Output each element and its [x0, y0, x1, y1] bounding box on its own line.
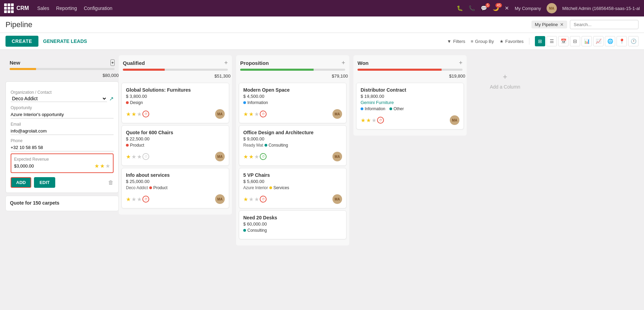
proposition-add-button[interactable]: +: [341, 59, 345, 67]
star1[interactable]: ★: [243, 111, 248, 117]
app-logo[interactable]: CRM: [4, 3, 29, 13]
qualified-add-button[interactable]: +: [224, 59, 228, 67]
star2[interactable]: ★: [131, 196, 136, 203]
user-name[interactable]: Mitchell Admin (16856458-saas-15-1-al: [562, 6, 640, 11]
activity-icon[interactable]: 🌙 45: [493, 5, 499, 11]
star3[interactable]: ★: [137, 196, 142, 203]
star1[interactable]: ★: [126, 111, 131, 117]
bar-chart-view-button[interactable]: 📊: [582, 36, 592, 46]
list-view-button[interactable]: ☰: [547, 36, 557, 46]
star1[interactable]: ★: [126, 196, 131, 203]
add-column-area: + Add a Column: [471, 55, 539, 90]
search-bar: My Pipeline ✕: [531, 20, 639, 29]
avatar: MA: [215, 194, 225, 204]
menu-reporting[interactable]: Reporting: [56, 5, 77, 11]
star-2[interactable]: ★: [100, 163, 105, 169]
star1[interactable]: ★: [243, 196, 248, 203]
priority-clock[interactable]: ⏱: [260, 153, 267, 160]
revenue-input[interactable]: [14, 162, 94, 170]
ext-link-icon[interactable]: ↗: [109, 95, 114, 102]
revenue-stars: ★ ★ ★: [94, 163, 110, 169]
pipeline-filter-tag[interactable]: My Pipeline ✕: [531, 21, 567, 28]
add-column-button[interactable]: +: [503, 72, 507, 81]
create-button[interactable]: CREATE: [5, 36, 38, 47]
company-name[interactable]: My Company: [515, 6, 541, 11]
avatar: MA: [332, 194, 342, 204]
table-row[interactable]: Office Design and Architecture $ 9,000.0…: [239, 125, 347, 166]
star1[interactable]: ★: [126, 153, 131, 160]
star3[interactable]: ★: [254, 153, 259, 160]
groupby-button[interactable]: ≡ Group By: [471, 39, 494, 44]
filter-tag-close[interactable]: ✕: [560, 22, 564, 27]
pin-view-button[interactable]: 📍: [617, 36, 627, 46]
star-3[interactable]: ★: [105, 163, 110, 169]
star2[interactable]: ★: [131, 111, 136, 117]
quote-card-title: Quote for 150 carpets: [10, 200, 114, 206]
star-1[interactable]: ★: [94, 163, 99, 169]
form-actions: ADD EDIT 🗑: [11, 177, 114, 188]
card-title: Global Solutions: Furnitures: [126, 87, 225, 93]
map-view-button[interactable]: 🌐: [605, 36, 615, 46]
search-input[interactable]: [570, 20, 639, 29]
phone-input[interactable]: [11, 144, 114, 151]
table-row[interactable]: Quote for 600 Chairs $ 22,500.00 Product…: [121, 125, 229, 166]
star2[interactable]: ★: [249, 153, 254, 160]
favorites-button[interactable]: ★ Favorites: [500, 39, 524, 44]
kanban-view-button[interactable]: ⊞: [535, 36, 545, 46]
phone-icon[interactable]: 📞: [469, 5, 475, 11]
new-col-add-button[interactable]: +: [110, 59, 115, 66]
star3[interactable]: ★: [254, 196, 259, 203]
avatar[interactable]: MA: [547, 3, 557, 13]
card-tag: Services: [269, 185, 289, 190]
table-row[interactable]: Distributor Contract $ 19,800.00 Gemini …: [356, 83, 464, 129]
menu-sales[interactable]: Sales: [37, 5, 49, 11]
edit-button[interactable]: EDIT: [34, 177, 55, 188]
kanban-column-new: New + $80,000 Organization / Contact Dec…: [5, 55, 119, 211]
grid-icon[interactable]: [4, 3, 14, 13]
table-row[interactable]: 5 VP Chairs $ 5,600.00 Azure Interior Se…: [239, 168, 347, 208]
priority-clock[interactable]: ⏱: [377, 117, 384, 124]
card-tag: Information Other: [361, 106, 404, 111]
star2[interactable]: ★: [249, 196, 254, 203]
priority-clock[interactable]: ⏱: [142, 196, 149, 203]
table-row[interactable]: Modern Open Space $ 4,500.00 Information…: [239, 83, 347, 123]
star3[interactable]: ★: [137, 153, 142, 160]
table-row[interactable]: Info about services $ 25,000.00 Deco Add…: [121, 168, 229, 208]
priority-clock[interactable]: ⏱: [142, 111, 149, 117]
priority-clock[interactable]: ⏱: [260, 111, 267, 117]
org-select[interactable]: Deco Addict: [11, 95, 107, 102]
topnav-icons: 🐛 📞 💬 5 🌙 45 ✕ My Company MA Mitchell Ad…: [457, 3, 640, 13]
priority-clock[interactable]: ⏱: [142, 153, 149, 160]
card-stars: ★ ★ ★ ⏱: [126, 196, 149, 203]
star2[interactable]: ★: [131, 153, 136, 160]
priority-clock[interactable]: ⏱: [260, 196, 267, 203]
star3[interactable]: ★: [137, 111, 142, 117]
clock-view-button[interactable]: 🕐: [628, 36, 639, 46]
star3[interactable]: ★: [254, 111, 259, 117]
table-row[interactable]: Global Solutions: Furnitures $ 3,800.00 …: [121, 83, 229, 123]
activity-badge: 45: [495, 3, 502, 8]
star3[interactable]: ★: [372, 117, 376, 124]
opportunity-input[interactable]: [11, 111, 114, 118]
star1[interactable]: ★: [243, 153, 248, 160]
star2[interactable]: ★: [366, 117, 371, 124]
add-button[interactable]: ADD: [11, 177, 31, 188]
generate-leads-button[interactable]: GENERATE LEADS: [41, 36, 89, 47]
calendar-view-button[interactable]: 📅: [558, 36, 569, 46]
won-add-button[interactable]: +: [459, 59, 462, 67]
chat-icon[interactable]: 💬 5: [481, 5, 487, 11]
table-view-button[interactable]: ⊟: [570, 36, 580, 46]
won-title: Won: [358, 60, 368, 66]
debug-icon[interactable]: 🐛: [457, 5, 463, 11]
star1[interactable]: ★: [361, 117, 365, 124]
quote-card-small[interactable]: Quote for 150 carpets: [5, 196, 119, 211]
line-chart-view-button[interactable]: 📈: [593, 36, 604, 46]
delete-button[interactable]: 🗑: [108, 180, 114, 186]
close-icon[interactable]: ✕: [505, 5, 509, 11]
menu-configuration[interactable]: Configuration: [84, 5, 112, 11]
table-row[interactable]: Need 20 Desks $ 60,000.00 Consulting: [239, 210, 347, 239]
star2[interactable]: ★: [249, 111, 254, 117]
email-input[interactable]: [11, 127, 114, 135]
filters-button[interactable]: ▼ Filters: [447, 39, 465, 44]
filter-tag-label: My Pipeline: [535, 22, 558, 27]
